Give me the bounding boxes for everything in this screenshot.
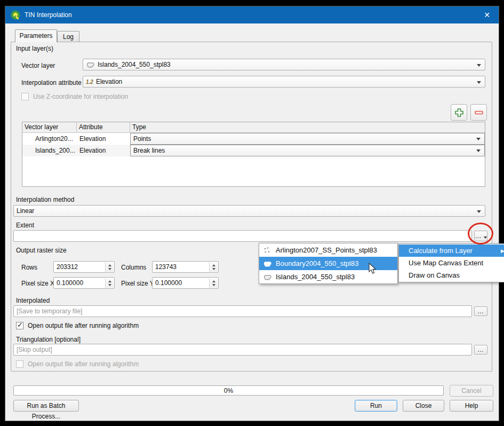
help-button[interactable]: Help xyxy=(450,400,493,412)
triangulation-input[interactable] xyxy=(14,344,471,355)
pixel-size-y-input[interactable] xyxy=(153,278,218,288)
chevron-down-icon xyxy=(477,81,481,84)
cell-layer: Islands_200... xyxy=(22,145,77,156)
pixel-size-y-spinbox[interactable] xyxy=(152,277,219,289)
add-layer-button[interactable] xyxy=(451,104,467,121)
rows-spinbox[interactable] xyxy=(53,261,115,273)
header-type: Type xyxy=(130,122,485,132)
cell-attribute: Elevation xyxy=(77,133,130,145)
interpolation-method-value: Linear xyxy=(17,207,34,215)
menu-item-label: Use Map Canvas Extent xyxy=(409,259,483,267)
columns-label: Columns xyxy=(121,263,146,272)
interpolated-input[interactable] xyxy=(14,306,471,317)
cell-type-combobox[interactable]: Points xyxy=(130,133,485,145)
close-button[interactable]: Close xyxy=(403,400,444,412)
submenu-arrow-icon: ▶ xyxy=(501,248,504,254)
run-button[interactable]: Run xyxy=(355,400,397,412)
spin-arrows-icon[interactable] xyxy=(209,278,218,288)
open-output-label: Open output file after running algorithm xyxy=(28,321,139,330)
chevron-down-icon xyxy=(484,236,487,239)
triangulation-field[interactable] xyxy=(13,344,472,356)
open-output-checkbox[interactable] xyxy=(16,322,23,329)
menu-item-arlington-layer[interactable]: Arlington2007_SS_Points_stpl83 xyxy=(259,243,397,257)
menu-item-label: Islands_2004_550_stpl83 xyxy=(276,273,355,281)
polygon-layer-icon xyxy=(263,260,273,267)
vector-layer-label: Vector layer xyxy=(21,61,55,70)
interpolated-browse-button[interactable]: … xyxy=(474,306,487,316)
pixel-size-x-spinbox[interactable] xyxy=(53,277,115,289)
columns-spinbox[interactable] xyxy=(152,261,219,273)
polygon-layer-icon xyxy=(86,61,95,68)
menu-item-calculate-from-layer[interactable]: Calculate from Layer ▶ xyxy=(399,244,504,257)
extent-label: Extent xyxy=(16,221,34,230)
extent-input[interactable] xyxy=(14,231,471,241)
tab-log[interactable]: Log xyxy=(57,31,79,42)
interpolation-attribute-label: Interpolation attribute xyxy=(21,78,82,87)
open-output-disabled-checkbox xyxy=(16,360,23,368)
open-output-row: Open output file after running algorithm xyxy=(16,321,139,330)
tab-parameters[interactable]: Parameters xyxy=(15,29,57,42)
cancel-button: Cancel xyxy=(450,385,493,397)
header-attribute: Attribute xyxy=(77,122,130,132)
interpolation-method-combobox[interactable]: Linear xyxy=(13,205,485,217)
open-output-disabled-row: Open output file after running algorithm xyxy=(16,360,139,368)
remove-layer-button[interactable] xyxy=(470,104,487,121)
chevron-down-icon xyxy=(476,149,481,152)
output-raster-size-label: Output raster size xyxy=(16,246,67,255)
table-header: Vector layer Attribute Type xyxy=(22,122,485,133)
run-as-batch-button[interactable]: Run as Batch Process... xyxy=(13,400,79,412)
spin-arrows-icon[interactable] xyxy=(105,262,114,272)
pixel-size-x-label: Pixel size X xyxy=(21,279,54,288)
points-layer-icon xyxy=(263,247,273,254)
rows-label: Rows xyxy=(21,263,37,272)
spin-arrows-icon[interactable] xyxy=(209,262,218,272)
titlebar[interactable]: TIN Interpolation ✕ xyxy=(5,6,499,23)
minus-icon xyxy=(474,108,484,117)
interpolation-attribute-combobox[interactable]: 1.2 Elevation xyxy=(83,76,485,88)
extent-options-menu: Calculate from Layer ▶ Use Map Canvas Ex… xyxy=(398,243,504,282)
layer-submenu: Arlington2007_SS_Points_stpl83 Boundary2… xyxy=(259,243,398,284)
use-z-coordinate-checkbox xyxy=(21,93,29,100)
qgis-logo-icon xyxy=(10,10,21,20)
menu-item-use-map-canvas-extent[interactable]: Use Map Canvas Extent xyxy=(399,257,504,269)
menu-item-label: Calculate from Layer xyxy=(409,247,473,255)
menu-item-label: Draw on Canvas xyxy=(409,271,460,279)
cell-type-value: Break lines xyxy=(133,147,165,154)
menu-item-boundary-layer[interactable]: Boundary2004_550_stpl83 xyxy=(259,257,397,270)
vector-layer-combobox[interactable]: Islands_2004_550_stpl83 xyxy=(83,59,485,70)
triangulation-browse-button[interactable]: … xyxy=(474,345,487,354)
pixel-size-y-label: Pixel size Y xyxy=(121,279,154,288)
layers-attribute-table[interactable]: Vector layer Attribute Type Arlington20.… xyxy=(22,122,485,187)
window-close-button[interactable]: ✕ xyxy=(475,6,499,23)
window-title: TIN Interpolation xyxy=(25,11,72,19)
interpolation-method-label: Interpolation method xyxy=(16,195,74,204)
chevron-down-icon xyxy=(476,138,481,140)
plus-icon xyxy=(454,108,464,117)
chevron-down-icon xyxy=(477,210,481,213)
cell-attribute: Elevation xyxy=(77,145,130,156)
ellipsis-icon: … xyxy=(477,346,484,353)
open-output-disabled-label: Open output file after running algorithm xyxy=(28,360,139,368)
cell-type-combobox[interactable]: Break lines xyxy=(130,145,485,156)
table-row[interactable]: Arlington20... Elevation Points xyxy=(22,133,485,145)
extent-options-button[interactable]: … xyxy=(474,231,487,241)
use-z-coordinate-row: Use Z-coordinate for interpolation xyxy=(21,92,128,101)
decimal-field-icon: 1.2 xyxy=(86,79,93,85)
interpolated-field[interactable] xyxy=(13,305,472,317)
ellipsis-icon: … xyxy=(477,307,484,315)
triangulation-label: Triangulation [optional] xyxy=(16,335,81,344)
progress-bar: 0% xyxy=(13,385,444,396)
chevron-down-icon xyxy=(477,64,481,67)
menu-item-islands-layer[interactable]: Islands_2004_550_stpl83 xyxy=(259,270,397,283)
progress-text: 0% xyxy=(224,387,233,395)
table-row[interactable]: Islands_200... Elevation Break lines xyxy=(22,145,485,156)
input-layers-label: Input layer(s) xyxy=(16,44,53,53)
use-z-coordinate-label: Use Z-coordinate for interpolation xyxy=(33,92,128,101)
menu-item-draw-on-canvas[interactable]: Draw on Canvas xyxy=(399,269,504,281)
spin-arrows-icon[interactable] xyxy=(105,278,114,288)
columns-input[interactable] xyxy=(153,262,218,272)
screenshot-stage: TIN Interpolation ✕ Parameters Log Input… xyxy=(0,0,504,426)
extent-field[interactable] xyxy=(13,230,472,242)
polygon-layer-icon xyxy=(263,273,273,281)
tin-interpolation-dialog: TIN Interpolation ✕ Parameters Log Input… xyxy=(5,6,499,421)
